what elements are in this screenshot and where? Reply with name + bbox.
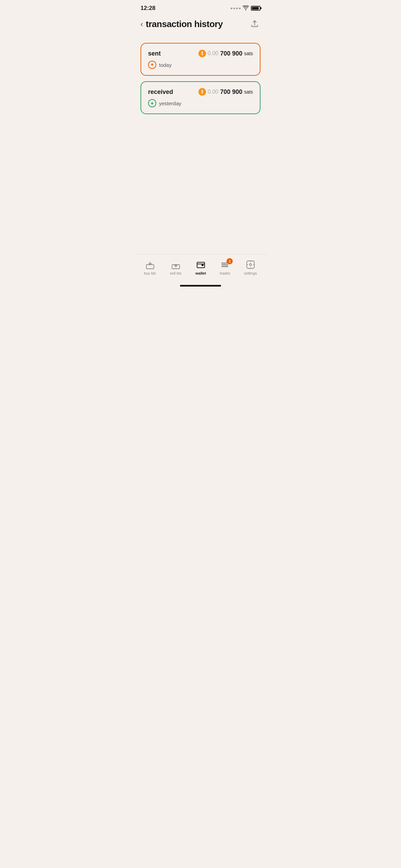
amount-main-received: 700 900 (220, 88, 242, 96)
transaction-type-received: received (148, 88, 173, 96)
nav-item-buy-btc[interactable]: buy btc (141, 258, 159, 277)
nav-label-sell-btc: sell btc (170, 271, 182, 275)
trades-badge: 1 (227, 258, 233, 264)
buy-btc-icon (145, 260, 155, 269)
signal-icon (231, 8, 241, 9)
page-header: ‹ transaction history (134, 14, 267, 37)
nav-item-wallet[interactable]: wallet (192, 258, 209, 277)
sell-btc-icon-wrap (171, 260, 181, 269)
amount-main-sent: 700 900 (220, 50, 242, 57)
svg-rect-5 (221, 266, 228, 267)
nav-item-settings[interactable]: settings (241, 258, 260, 277)
sell-btc-icon (171, 260, 181, 269)
settings-icon (246, 260, 255, 269)
received-direction-icon (148, 99, 156, 107)
amount-decimal-received: 0.00 (208, 89, 218, 95)
amount-unit-sent: sats (244, 51, 253, 56)
svg-rect-1 (146, 265, 154, 269)
nav-label-trades: trades (220, 271, 230, 275)
nav-label-settings: settings (244, 271, 257, 275)
transaction-amount-sent: ₿ 0.00 700 900 sats (198, 50, 253, 57)
share-icon (250, 19, 259, 28)
amount-decimal-sent: 0.00 (208, 50, 218, 57)
status-icons (231, 5, 260, 11)
wallet-icon (196, 260, 206, 269)
status-bar: 12:28 (134, 0, 267, 14)
header-left: ‹ transaction history (141, 19, 223, 29)
svg-rect-6 (221, 264, 228, 265)
amount-unit-received: sats (244, 89, 253, 95)
trades-icon-wrap: 1 (220, 260, 230, 269)
btc-icon-sent: ₿ (198, 50, 206, 57)
battery-icon (251, 6, 260, 11)
svg-rect-4 (202, 264, 204, 266)
page-title: transaction history (146, 19, 223, 29)
nav-label-wallet: wallet (195, 271, 206, 275)
share-button[interactable] (249, 18, 260, 31)
nav-item-sell-btc[interactable]: sell btc (167, 258, 185, 277)
transaction-card-sent[interactable]: sent ₿ 0.00 700 900 sats today (141, 43, 260, 76)
btc-icon-received: ₿ (198, 88, 206, 96)
transaction-bottom-sent: today (148, 61, 253, 69)
nav-label-buy-btc: buy btc (144, 271, 156, 275)
transaction-date-sent: today (159, 62, 172, 68)
buy-btc-icon-wrap (145, 260, 155, 269)
back-button[interactable]: ‹ (141, 20, 143, 29)
status-time: 12:28 (141, 5, 155, 12)
transaction-amount-received: ₿ 0.00 700 900 sats (198, 88, 253, 96)
transaction-date-received: yesterday (159, 100, 181, 106)
wifi-icon (243, 5, 249, 11)
svg-point-9 (250, 264, 252, 266)
bottom-nav: buy btc sell btc wallet (134, 254, 267, 284)
transaction-top-received: received ₿ 0.00 700 900 sats (148, 88, 253, 96)
transaction-card-received[interactable]: received ₿ 0.00 700 900 sats yesterday (141, 81, 260, 114)
home-indicator (180, 285, 221, 287)
transaction-top-sent: sent ₿ 0.00 700 900 sats (148, 50, 253, 57)
back-chevron-icon: ‹ (141, 20, 143, 29)
settings-icon-wrap (245, 260, 256, 269)
sent-direction-icon (148, 61, 156, 69)
wallet-icon-wrap (196, 260, 206, 269)
nav-item-trades[interactable]: 1 trades (216, 258, 234, 277)
transaction-bottom-received: yesterday (148, 99, 253, 107)
transaction-type-sent: sent (148, 50, 161, 57)
transactions-list: sent ₿ 0.00 700 900 sats today received … (134, 37, 267, 254)
